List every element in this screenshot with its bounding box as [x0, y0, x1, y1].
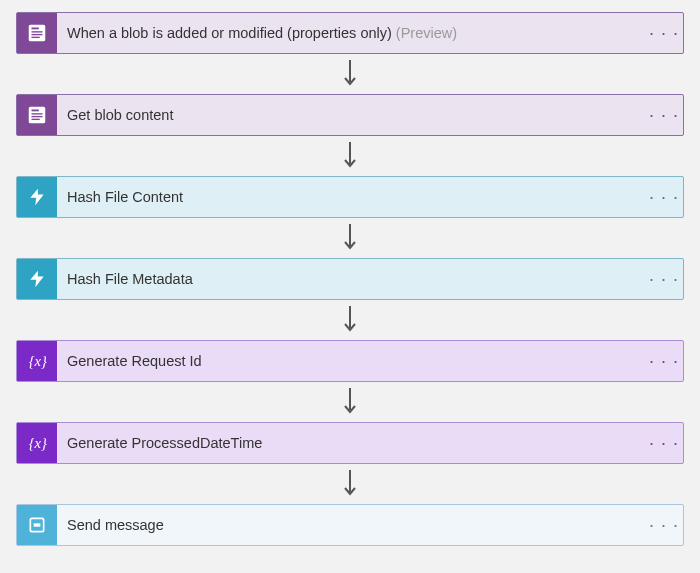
bolt-icon: [17, 259, 57, 299]
flow-step-hash-content[interactable]: Hash File Content · · ·: [16, 176, 684, 218]
step-menu-button[interactable]: · · ·: [645, 187, 683, 208]
flow-step-gen-datetime[interactable]: {x} Generate ProcessedDateTime · · ·: [16, 422, 684, 464]
bolt-icon: [17, 177, 57, 217]
svg-rect-10: [32, 119, 40, 120]
flow-arrow: [342, 54, 358, 94]
svg-rect-1: [32, 28, 39, 30]
send-icon: [17, 505, 57, 545]
variable-icon: {x}: [17, 341, 57, 381]
step-label: Hash File Content: [57, 189, 645, 205]
svg-rect-9: [32, 116, 43, 117]
flow-step-gen-request-id[interactable]: {x} Generate Request Id · · ·: [16, 340, 684, 382]
step-label: Generate ProcessedDateTime: [57, 435, 645, 451]
svg-marker-12: [30, 189, 43, 206]
step-menu-button[interactable]: · · ·: [645, 515, 683, 536]
svg-rect-21: [34, 523, 41, 526]
step-label: Hash File Metadata: [57, 271, 645, 287]
flow-step-hash-metadata[interactable]: Hash File Metadata · · ·: [16, 258, 684, 300]
step-label: Send message: [57, 517, 645, 533]
step-menu-button[interactable]: · · ·: [645, 433, 683, 454]
svg-text:{x}: {x}: [29, 435, 47, 451]
step-label: When a blob is added or modified (proper…: [57, 25, 645, 41]
blob-icon: [17, 95, 57, 135]
svg-rect-6: [29, 107, 46, 124]
flow-arrow: [342, 136, 358, 176]
svg-rect-0: [29, 25, 46, 42]
svg-rect-8: [32, 113, 43, 114]
step-menu-button[interactable]: · · ·: [645, 269, 683, 290]
step-menu-button[interactable]: · · ·: [645, 351, 683, 372]
svg-text:{x}: {x}: [29, 353, 47, 369]
svg-rect-4: [32, 37, 40, 38]
step-label: Get blob content: [57, 107, 645, 123]
blob-icon: [17, 13, 57, 53]
flow-arrow: [342, 300, 358, 340]
svg-rect-7: [32, 110, 39, 112]
flow-arrow: [342, 382, 358, 422]
step-menu-button[interactable]: · · ·: [645, 23, 683, 44]
flow-step-send-message[interactable]: Send message · · ·: [16, 504, 684, 546]
step-label: Generate Request Id: [57, 353, 645, 369]
svg-rect-2: [32, 31, 43, 32]
svg-rect-3: [32, 34, 43, 35]
flow-arrow: [342, 218, 358, 258]
flow-arrow: [342, 464, 358, 504]
flow-step-trigger[interactable]: When a blob is added or modified (proper…: [16, 12, 684, 54]
flow-container: When a blob is added or modified (proper…: [16, 12, 684, 546]
svg-marker-14: [30, 271, 43, 288]
variable-icon: {x}: [17, 423, 57, 463]
step-menu-button[interactable]: · · ·: [645, 105, 683, 126]
flow-step-get-blob[interactable]: Get blob content · · ·: [16, 94, 684, 136]
